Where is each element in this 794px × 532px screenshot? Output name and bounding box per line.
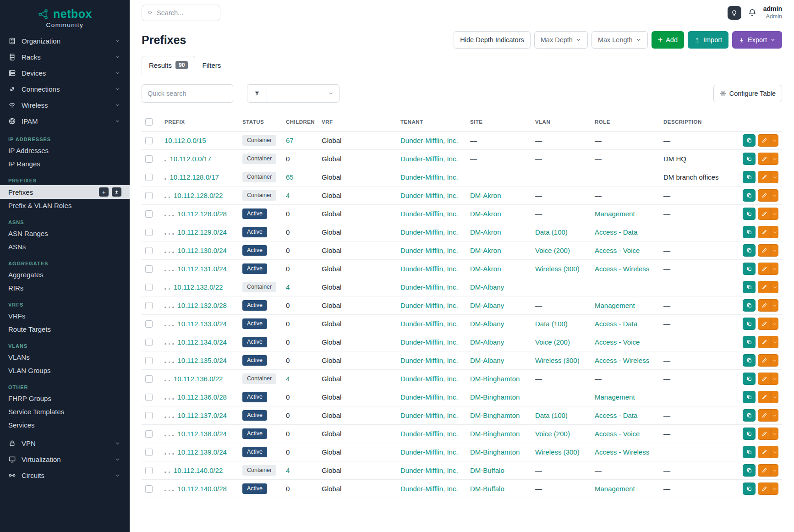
edit-button[interactable] (758, 318, 771, 330)
site-link[interactable]: DM-Albany (470, 356, 504, 364)
site-link[interactable]: DM-Akron (470, 228, 501, 236)
edit-button[interactable] (758, 373, 771, 385)
sidebar-item-circuits[interactable]: Circuits (0, 467, 130, 483)
row-checkbox[interactable] (145, 137, 153, 144)
site-link[interactable]: DM-Albany (470, 338, 504, 346)
row-checkbox[interactable] (145, 155, 153, 163)
theme-toggle-button[interactable] (728, 6, 741, 20)
import-prefix-mini-button[interactable] (112, 187, 121, 197)
children-count[interactable]: 4 (286, 375, 290, 383)
edit-button[interactable] (758, 226, 771, 238)
edit-button[interactable] (758, 428, 771, 440)
tab-filters[interactable]: Filters (195, 57, 228, 74)
row-checkbox[interactable] (145, 467, 153, 474)
hide-depth-indicators-button[interactable]: Hide Depth Indicators (454, 31, 530, 49)
sidebar-item-vpn[interactable]: VPN (0, 435, 130, 451)
edit-button[interactable] (758, 189, 771, 202)
edit-button[interactable] (758, 244, 771, 257)
edit-dropdown-caret[interactable] (771, 189, 778, 202)
sidebar-item-ipam[interactable]: IPAM (0, 113, 130, 129)
copy-button[interactable] (743, 336, 756, 348)
row-checkbox[interactable] (145, 485, 153, 493)
tenant-link[interactable]: Dunder-Mifflin, Inc. (400, 155, 458, 163)
column-header-children[interactable]: CHILDREN (282, 115, 318, 132)
role-link[interactable]: Access - Data (595, 228, 637, 236)
vlan-link[interactable]: Voice (200) (535, 430, 570, 438)
column-header-prefix[interactable]: PREFIX (161, 115, 239, 132)
copy-button[interactable] (743, 244, 756, 257)
copy-button[interactable] (743, 208, 756, 220)
copy-button[interactable] (743, 428, 756, 440)
prefix-link[interactable]: 10.112.130.0/24 (178, 247, 227, 254)
add-button[interactable]: + Add (652, 31, 684, 49)
quick-search-input[interactable] (142, 84, 233, 103)
row-checkbox[interactable] (145, 412, 153, 419)
copy-button[interactable] (743, 318, 756, 330)
global-search-box[interactable] (142, 5, 220, 21)
export-button[interactable]: Export (732, 31, 782, 49)
edit-button[interactable] (758, 336, 771, 348)
children-count[interactable]: 65 (286, 173, 294, 181)
edit-dropdown-caret[interactable] (771, 336, 778, 348)
sidebar-item-vrfs[interactable]: VRFs + (0, 309, 130, 323)
prefix-link[interactable]: 10.112.140.0/28 (178, 485, 227, 493)
prefix-link[interactable]: 10.112.128.0/22 (174, 192, 223, 199)
max-length-dropdown[interactable]: Max Length (591, 31, 648, 49)
edit-dropdown-caret[interactable] (771, 409, 778, 422)
role-link[interactable]: Management (595, 393, 635, 401)
row-checkbox[interactable] (145, 375, 153, 383)
add-prefix-mini-button[interactable]: + (99, 187, 109, 197)
max-depth-dropdown[interactable]: Max Depth (534, 31, 588, 49)
sidebar-item-organization[interactable]: Organization (0, 33, 130, 49)
copy-button[interactable] (743, 153, 756, 165)
site-link[interactable]: DM-Binghamton (470, 411, 520, 419)
sidebar-item-aggregates[interactable]: Aggregates + (0, 268, 130, 281)
copy-button[interactable] (743, 446, 756, 458)
edit-dropdown-caret[interactable] (771, 446, 778, 458)
tenant-link[interactable]: Dunder-Mifflin, Inc. (400, 466, 458, 474)
saved-filter-select[interactable] (267, 84, 340, 103)
notifications-bell-icon[interactable] (748, 8, 757, 17)
configure-table-button[interactable]: Configure Table (713, 85, 782, 102)
column-header-description[interactable]: DESCRIPTION (660, 115, 735, 132)
edit-button[interactable] (758, 153, 771, 165)
column-header-role[interactable]: ROLE (591, 115, 660, 132)
sidebar-item-rirs[interactable]: RIRs + (0, 281, 130, 295)
vlan-link[interactable]: Data (100) (535, 320, 568, 328)
edit-dropdown-caret[interactable] (771, 318, 778, 330)
children-count[interactable]: 67 (286, 137, 294, 144)
role-link[interactable]: Access - Voice (595, 430, 640, 438)
edit-dropdown-caret[interactable] (771, 153, 778, 165)
children-count[interactable]: 4 (286, 466, 290, 474)
prefix-link[interactable]: 10.112.136.0/22 (174, 375, 223, 383)
sidebar-item-prefix-vlan-roles[interactable]: Prefix & VLAN Roles + (0, 199, 130, 212)
prefix-link[interactable]: 10.112.0.0/15 (164, 137, 206, 144)
edit-button[interactable] (758, 281, 771, 293)
copy-button[interactable] (743, 281, 756, 293)
tenant-link[interactable]: Dunder-Mifflin, Inc. (400, 283, 458, 291)
sidebar-item-ip-addresses[interactable]: IP Addresses + (0, 144, 130, 157)
site-link[interactable]: DM-Akron (470, 210, 501, 218)
copy-button[interactable] (743, 263, 756, 275)
site-link[interactable]: DM-Binghamton (470, 448, 520, 456)
edit-dropdown-caret[interactable] (771, 244, 778, 257)
site-link[interactable]: DM-Akron (470, 192, 501, 199)
copy-button[interactable] (743, 134, 756, 147)
prefix-link[interactable]: 10.112.132.0/22 (174, 283, 223, 291)
row-checkbox[interactable] (145, 357, 153, 364)
copy-button[interactable] (743, 226, 756, 238)
edit-dropdown-caret[interactable] (771, 226, 778, 238)
tenant-link[interactable]: Dunder-Mifflin, Inc. (400, 247, 458, 254)
tenant-link[interactable]: Dunder-Mifflin, Inc. (400, 338, 458, 346)
tenant-link[interactable]: Dunder-Mifflin, Inc. (400, 265, 458, 273)
edit-dropdown-caret[interactable] (771, 134, 778, 147)
prefix-link[interactable]: 10.112.137.0/24 (178, 411, 227, 419)
sidebar-item-asn-ranges[interactable]: ASN Ranges + (0, 227, 130, 240)
site-link[interactable]: DM-Albany (470, 302, 504, 309)
prefix-link[interactable]: 10.112.128.0/17 (170, 173, 219, 181)
site-link[interactable]: DM-Binghamton (470, 393, 520, 401)
row-checkbox[interactable] (145, 302, 153, 309)
sidebar-item-ip-ranges[interactable]: IP Ranges + (0, 157, 130, 170)
row-checkbox[interactable] (145, 394, 153, 401)
tab-results[interactable]: Results 90 (142, 56, 195, 74)
